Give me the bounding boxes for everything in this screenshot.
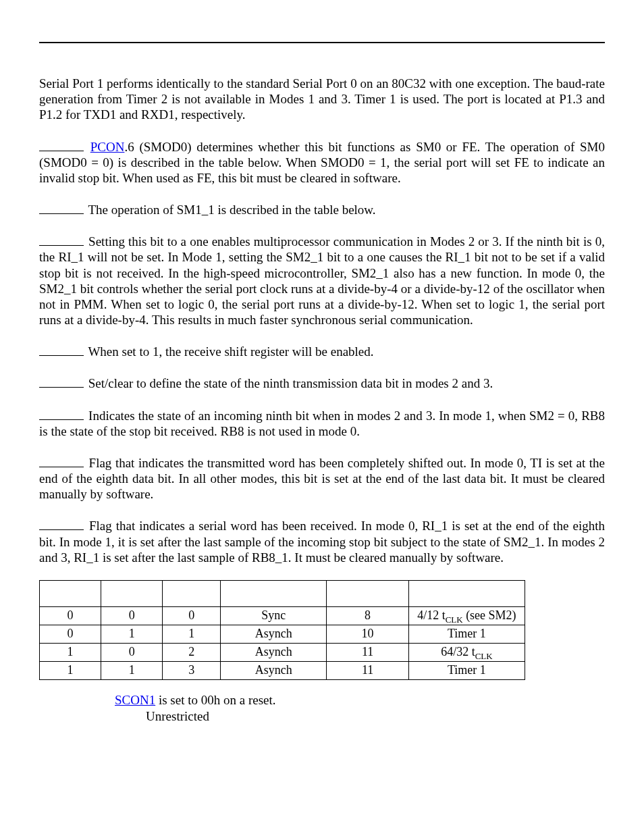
bit-tb8: Set/clear to define the state of the nin… (39, 374, 605, 391)
bit-sm0fe-text: .6 (SMOD0) determines whether this bit f… (39, 140, 605, 185)
table-cell: 0 (40, 606, 101, 625)
table-cell: 8 (327, 606, 409, 625)
table-cell: Asynch (221, 643, 327, 661)
bit-sm1-text: The operation of SM1_1 is described in t… (88, 203, 375, 217)
bit-lead (39, 138, 84, 151)
table-row: 102Asynch1164/32 tCLK (40, 643, 525, 661)
bit-rb8-text: Indicates the state of an incoming ninth… (39, 409, 605, 438)
table-cell: Asynch (221, 625, 327, 643)
table-cell: 3 (163, 661, 221, 679)
table-cell: 0 (101, 606, 163, 625)
mode-table: 000Sync84/12 tCLK (see SM2)011Asynch10Ti… (39, 580, 525, 680)
bit-lead (39, 374, 84, 388)
footer: SCON1 is set to 00h on a reset. Unrestri… (39, 692, 605, 725)
footer-line2: Unrestricted (115, 708, 605, 725)
table-cell: 0 (101, 643, 163, 661)
table-row: 000Sync84/12 tCLK (see SM2) (40, 606, 525, 625)
bit-sm1: The operation of SM1_1 is described in t… (39, 201, 605, 217)
table-cell: 0 (40, 625, 101, 643)
table-cell: 1 (163, 625, 221, 643)
table-cell-period: 64/32 tCLK (408, 643, 525, 661)
table-row: 011Asynch10Timer 1 (40, 625, 525, 643)
bit-rb8: Indicates the state of an incoming ninth… (39, 407, 605, 439)
bit-lead (39, 201, 84, 214)
bit-tb8-text: Set/clear to define the state of the nin… (88, 376, 493, 390)
page: Serial Port 1 performs identically to th… (0, 0, 644, 751)
bit-sm0fe: PCON.6 (SMOD0) determines whether this b… (39, 138, 605, 186)
top-rule (39, 42, 605, 43)
bit-ren-text: When set to 1, the receive shift registe… (88, 344, 373, 359)
scon1-link[interactable]: SCON1 (115, 693, 155, 707)
table-cell: 11 (327, 661, 409, 679)
bit-ti-text: Flag that indicates the transmitted word… (39, 456, 605, 501)
table-cell: 0 (163, 606, 221, 625)
bit-lead (39, 517, 84, 530)
bit-sm2: Setting this bit to a one enables multip… (39, 232, 605, 328)
table-cell: Asynch (221, 661, 327, 679)
table-cell: 2 (163, 643, 221, 661)
bit-sm2-text: Setting this bit to a one enables multip… (39, 234, 605, 327)
bit-lead (39, 232, 84, 246)
table-cell-period: Timer 1 (408, 661, 525, 679)
bit-lead (39, 407, 84, 420)
pcon-link[interactable]: PCON (90, 140, 125, 154)
table-cell: 1 (101, 661, 163, 679)
table-cell-period: 4/12 tCLK (see SM2) (408, 606, 525, 625)
table-row: 113Asynch11Timer 1 (40, 661, 525, 679)
footer-rest: is set to 00h on a reset. (155, 693, 275, 707)
table-cell: 1 (40, 661, 101, 679)
intro-paragraph: Serial Port 1 performs identically to th… (39, 76, 605, 123)
mode-table-header (40, 580, 525, 606)
bit-ri: Flag that indicates a serial word has be… (39, 517, 605, 565)
table-cell: Sync (221, 606, 327, 625)
table-cell: 10 (327, 625, 409, 643)
table-cell: 1 (40, 643, 101, 661)
bit-lead (39, 454, 84, 467)
table-cell-period: Timer 1 (408, 625, 525, 643)
bit-lead (39, 342, 84, 356)
bit-ri-text: Flag that indicates a serial word has be… (39, 519, 605, 564)
table-cell: 11 (327, 643, 409, 661)
footer-line1: SCON1 is set to 00h on a reset. (115, 692, 605, 708)
bit-ren: When set to 1, the receive shift registe… (39, 342, 605, 359)
table-cell: 1 (101, 625, 163, 643)
bit-ti: Flag that indicates the transmitted word… (39, 454, 605, 502)
